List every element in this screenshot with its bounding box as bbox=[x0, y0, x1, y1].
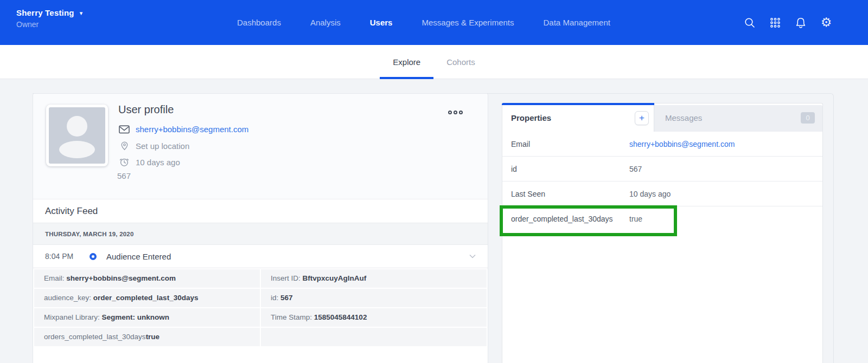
search-icon[interactable] bbox=[744, 17, 756, 29]
tab-explore[interactable]: Explore bbox=[380, 45, 433, 79]
property-label: Email bbox=[502, 140, 629, 148]
property-label: Last Seen bbox=[502, 190, 629, 198]
activity-event-row[interactable]: 8:04 PM Audience Entered bbox=[33, 245, 488, 268]
property-row-order-completed: order_completed_last_30days true bbox=[502, 206, 822, 231]
workspace-role: Owner bbox=[16, 20, 82, 29]
location-pin-icon bbox=[118, 141, 130, 151]
panel-tab-bar: Properties + Messages 0 bbox=[502, 103, 822, 132]
property-row-id: id 567 bbox=[502, 157, 822, 182]
event-properties-table: Email: sherry+bobbins@segment.com Insert… bbox=[33, 268, 488, 347]
event-property-cell: orders_completed_last_30daystrue bbox=[34, 328, 260, 346]
property-label: id bbox=[502, 165, 629, 173]
property-value-email-link[interactable]: sherry+bobbins@segment.com bbox=[629, 140, 735, 148]
event-property-cell: Mixpanel Library: Segment: unknown bbox=[34, 308, 260, 327]
avatar bbox=[46, 105, 108, 166]
nav-item-messages-experiments[interactable]: Messages & Experiments bbox=[422, 18, 514, 27]
tab-messages-label: Messages bbox=[665, 113, 702, 122]
page-title: User profile bbox=[118, 103, 174, 116]
user-profile-card: User profile sherry+bobbins@segment.com … bbox=[33, 93, 488, 363]
nav-item-users[interactable]: Users bbox=[370, 18, 393, 27]
notifications-bell-icon[interactable] bbox=[795, 17, 807, 29]
event-property-cell: Email: sherry+bobbins@segment.com bbox=[34, 269, 260, 288]
page-content: User profile sherry+bobbins@segment.com … bbox=[0, 79, 868, 363]
profile-last-seen: 10 days ago bbox=[136, 158, 180, 167]
avatar-body-shape bbox=[59, 141, 95, 158]
chevron-down-icon[interactable] bbox=[469, 254, 476, 258]
event-property-cell: id: 567 bbox=[261, 289, 487, 307]
workspace-switcher[interactable]: Sherry Testing ▾ Owner bbox=[16, 8, 82, 29]
tab-cohorts-label: Cohorts bbox=[446, 57, 475, 67]
user-properties-panel: Properties + Messages 0 Email sherry+bob… bbox=[502, 103, 823, 363]
profile-summary-section: User profile sherry+bobbins@segment.com … bbox=[33, 94, 488, 199]
event-time: 8:04 PM bbox=[45, 252, 85, 261]
event-property-cell: Insert ID: BftvpxcuyAglnAuf bbox=[261, 269, 487, 288]
property-row-last-seen: Last Seen 10 days ago bbox=[502, 182, 822, 206]
top-navigation-bar: Sherry Testing ▾ Owner Dashboards Analys… bbox=[0, 0, 868, 45]
alarm-clock-icon bbox=[118, 157, 130, 167]
event-property-cell-empty bbox=[261, 328, 487, 346]
activity-feed-header: Activity Feed bbox=[33, 199, 488, 223]
event-property-cell: audience_key: order_completed_last_30day… bbox=[34, 289, 260, 307]
event-property-cell: Time Stamp: 1585045844102 bbox=[261, 308, 487, 327]
tab-messages[interactable]: Messages 0 bbox=[654, 105, 822, 132]
topbar-icon-group: ⚙ bbox=[744, 0, 832, 45]
property-row-email: Email sherry+bobbins@segment.com bbox=[502, 132, 822, 157]
nav-item-data-management[interactable]: Data Management bbox=[544, 18, 610, 27]
property-value: 567 bbox=[629, 165, 642, 173]
audience-event-icon bbox=[90, 253, 97, 260]
profile-email-link[interactable]: sherry+bobbins@segment.com bbox=[136, 125, 248, 134]
tab-cohorts[interactable]: Cohorts bbox=[433, 45, 488, 79]
section-tab-bar: Explore Cohorts bbox=[0, 45, 868, 79]
event-name: Audience Entered bbox=[106, 252, 171, 261]
tab-properties[interactable]: Properties + bbox=[502, 103, 654, 132]
activity-date-header: THURSDAY, MARCH 19, 2020 bbox=[33, 223, 488, 245]
messages-count-badge: 0 bbox=[801, 112, 815, 124]
tab-properties-label: Properties bbox=[511, 113, 551, 122]
active-panel-tab-indicator bbox=[502, 103, 654, 105]
profile-location-placeholder[interactable]: Set up location bbox=[136, 141, 189, 151]
nav-item-dashboards[interactable]: Dashboards bbox=[237, 18, 281, 27]
settings-gear-icon[interactable]: ⚙ bbox=[820, 17, 832, 29]
property-value: 10 days ago bbox=[629, 190, 671, 198]
add-property-button[interactable]: + bbox=[635, 111, 649, 125]
chevron-down-icon: ▾ bbox=[80, 10, 83, 16]
tab-explore-label: Explore bbox=[393, 57, 420, 67]
property-label: order_completed_last_30days bbox=[502, 215, 629, 223]
profile-user-id: 567 bbox=[117, 171, 131, 180]
property-value: true bbox=[629, 215, 642, 223]
activity-feed-title: Activity Feed bbox=[45, 206, 98, 217]
apps-grid-icon[interactable] bbox=[769, 17, 781, 29]
primary-nav: Dashboards Analysis Users Messages & Exp… bbox=[237, 0, 610, 45]
workspace-name: Sherry Testing bbox=[16, 8, 74, 17]
envelope-icon bbox=[118, 125, 130, 134]
more-options-icon[interactable] bbox=[448, 111, 463, 114]
nav-item-analysis[interactable]: Analysis bbox=[310, 18, 341, 27]
avatar-head-shape bbox=[67, 116, 87, 137]
